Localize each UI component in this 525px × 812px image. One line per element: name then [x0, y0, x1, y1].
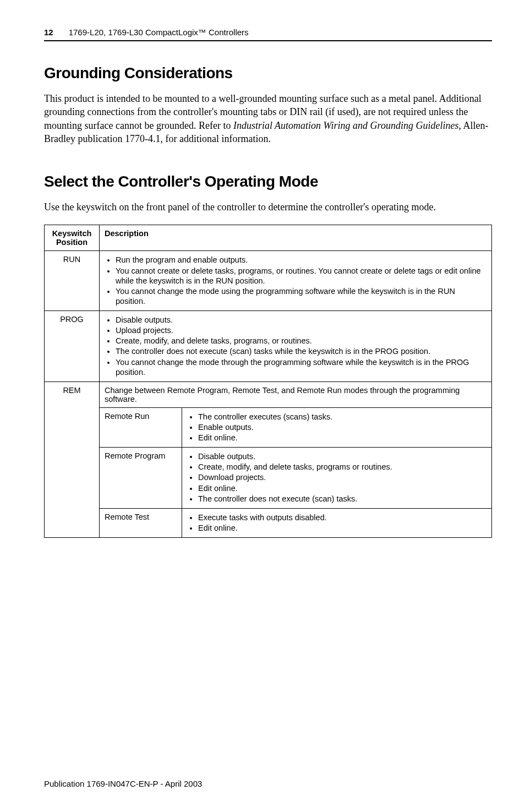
list-item: Download projects.	[198, 472, 486, 482]
list-item: Enable outputs.	[198, 422, 486, 432]
italic-reference: Industrial Automation Wiring and Groundi…	[233, 120, 459, 131]
cell-run-desc: Run the program and enable outputs. You …	[100, 251, 492, 311]
list-item: Edit online.	[198, 433, 486, 443]
list-item: You cannot change the mode through the p…	[116, 357, 486, 377]
running-header: 12 1769-L20, 1769-L30 CompactLogix™ Cont…	[44, 28, 492, 37]
keyswitch-table: Keyswitch Position Description RUN Run t…	[44, 225, 492, 538]
section-body-grounding: This product is intended to be mounted t…	[44, 92, 492, 145]
list-item: Create, modify, and delete tasks, progra…	[198, 462, 486, 472]
list-item: The controller does not execute (scan) t…	[198, 494, 486, 504]
cell-remote-test-desc: Execute tasks with outputs disabled. Edi…	[182, 508, 492, 537]
col-header-description: Description	[100, 225, 492, 251]
list-item: Execute tasks with outputs disabled.	[198, 513, 486, 522]
list-item: You cannot create or delete tasks, progr…	[116, 266, 486, 286]
cell-remote-test-label: Remote Test	[100, 508, 182, 537]
list-item: The controller does not execute (scan) t…	[116, 346, 486, 356]
list-item: Run the program and enable outputs.	[116, 255, 486, 265]
section-title-operating-mode: Select the Controller's Operating Mode	[44, 173, 492, 190]
header-rule	[44, 40, 492, 41]
list-item: Create, modify, and delete tasks, progra…	[116, 336, 486, 346]
cell-rem-label: REM	[45, 382, 100, 537]
list-item: Upload projects.	[116, 325, 486, 335]
cell-rem-intro: Change between Remote Program, Remote Te…	[100, 382, 492, 407]
page-number: 12	[44, 28, 53, 37]
cell-prog-desc: Disable outputs. Upload projects. Create…	[100, 311, 492, 382]
section-body-operating-mode: Use the keyswitch on the front panel of …	[44, 200, 492, 214]
list-item: Edit online.	[198, 483, 486, 493]
footer-publication: Publication 1769-IN047C-EN-P - April 200…	[44, 779, 202, 788]
col-header-keyswitch: Keyswitch Position	[45, 225, 100, 251]
list-item: The controller executes (scans) tasks.	[198, 412, 486, 422]
cell-prog-label: PROG	[45, 311, 100, 382]
section-title-grounding: Grounding Considerations	[44, 64, 492, 82]
cell-run-label: RUN	[45, 251, 100, 311]
cell-remote-program-desc: Disable outputs. Create, modify, and del…	[182, 448, 492, 509]
list-item: You cannot change the mode using the pro…	[116, 286, 486, 306]
list-item: Edit online.	[198, 523, 486, 533]
cell-remote-run-label: Remote Run	[100, 407, 182, 447]
header-title: 1769-L20, 1769-L30 CompactLogix™ Control…	[69, 28, 249, 37]
list-item: Disable outputs.	[198, 451, 486, 461]
cell-remote-run-desc: The controller executes (scans) tasks. E…	[182, 407, 492, 447]
cell-remote-program-label: Remote Program	[100, 448, 182, 509]
list-item: Disable outputs.	[116, 315, 486, 325]
